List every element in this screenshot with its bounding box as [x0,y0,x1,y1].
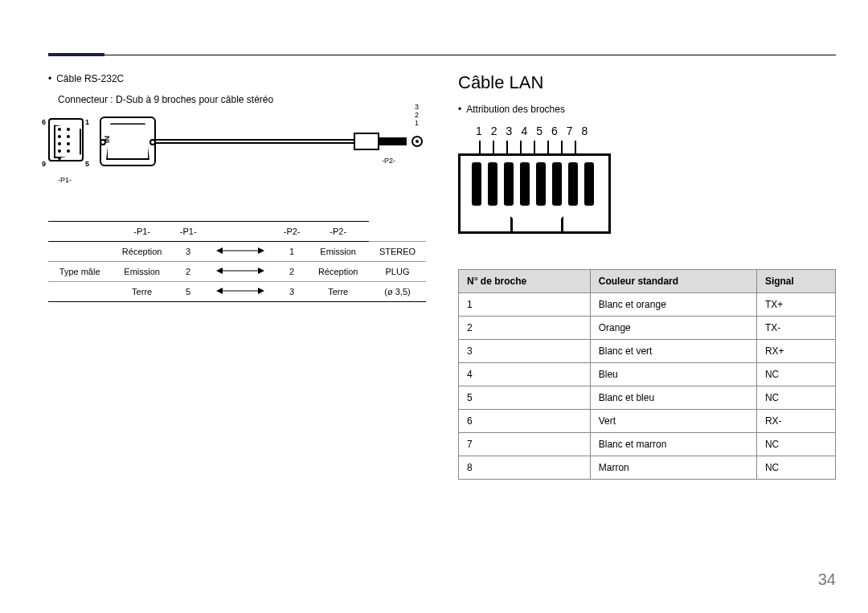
lan-pin-table: N° de broche Couleur standard Signal 1Bl… [458,269,836,480]
col-p2b: -P2- [307,222,369,242]
rj45-diagram: 12345678 [458,125,619,253]
table-row: 8MarronNC [459,456,836,480]
jack-pin-numbers: 3 2 1 [415,104,419,128]
page-number: 34 [818,570,836,589]
col-pin-no: N° de broche [459,270,591,293]
table-row: 6VertRX- [459,410,836,433]
right-column: Câble LAN Attribution des broches 123456… [458,72,836,480]
row-label: Type mâle [48,262,111,282]
col-p1b: -P1- [173,222,203,242]
svg-marker-2 [258,247,264,254]
dsub-plug-icon: IN [100,116,156,166]
arrow-icon [203,262,276,282]
table-row: 7Blanc et marronNC [459,433,836,456]
table-row: 5Blanc et bleuNC [459,386,836,410]
stereo-jack-icon [354,133,379,150]
p1-diagram-label: -P1- [58,176,72,184]
in-label: IN [103,136,111,143]
table-row: 1Blanc et orangeTX+ [459,293,836,317]
rj45-pin-numbers: 12345678 [476,125,588,137]
svg-marker-7 [216,288,223,294]
pin-6-label: 6 [42,118,46,126]
left-column: Câble RS-232C Connecteur : D-Sub à 9 bro… [48,72,426,480]
table-row: 2OrangeTX- [459,317,836,340]
dsub-connector-icon [48,118,84,161]
jack-ring-icon [411,136,423,147]
table-row: 4BleuNC [459,363,836,386]
table-row: Terre 5 3 Terre (ø 3,5) [48,282,426,302]
rs232-bullet: Câble RS-232C [48,72,426,86]
svg-marker-1 [216,247,223,254]
lan-title: Câble LAN [458,72,836,93]
arrow-icon [203,282,276,302]
lan-bullet: Attribution des broches [458,103,836,116]
rs232-pin-table: -P1- -P1- -P2- -P2- Réception 3 1 Emissi… [48,221,426,302]
table-row: 3Blanc et vertRX+ [459,340,836,363]
svg-marker-8 [258,288,264,294]
rs232-diagram: 6 1 9 5 -P1- IN 3 2 [48,113,426,210]
table-row: Réception 3 1 Emission STEREO [48,242,426,262]
arrow-icon [203,242,276,262]
rj45-connector-icon [458,153,611,234]
jack-tip-icon [379,137,407,145]
col-p1a: -P1- [111,222,173,242]
pin-5-label: 5 [85,160,89,168]
col-color: Couleur standard [590,270,756,293]
header-rule [48,55,836,59]
rs232-sub: Connecteur : D-Sub à 9 broches pour câbl… [58,94,426,105]
pin-9-label: 9 [42,160,46,168]
pin-1-label: 1 [85,118,89,126]
svg-marker-4 [216,268,223,274]
cable-icon [156,139,354,144]
col-p2a: -P2- [276,222,307,242]
p2-diagram-label: -P2- [382,157,395,165]
table-row: Type mâle Emission 2 2 Réception PLUG [48,262,426,282]
svg-marker-5 [258,268,264,274]
col-signal: Signal [756,270,835,293]
